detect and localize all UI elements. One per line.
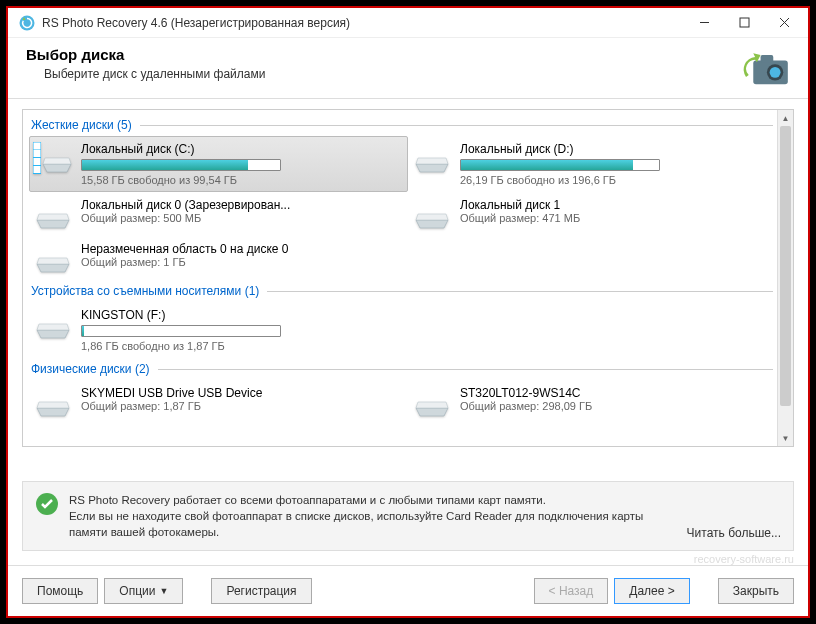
disk-name: Локальный диск 1 [460, 198, 783, 212]
options-button[interactable]: Опции▼ [104, 578, 183, 604]
scroll-down-icon[interactable]: ▼ [778, 430, 793, 446]
disk-name: Локальный диск (C:) [81, 142, 404, 156]
disk-subtitle: Общий размер: 1,87 ГБ [81, 400, 404, 412]
disk-subtitle: Общий размер: 298,09 ГБ [460, 400, 783, 412]
svg-rect-14 [34, 166, 41, 173]
section-removable[interactable]: Устройства со съемными носителями (1) ˆ [29, 280, 787, 302]
svg-rect-11 [34, 143, 41, 150]
page-subtitle: Выберите диск с удаленными файлами [44, 67, 742, 81]
disk-item-unalloc[interactable]: Неразмеченная область 0 на диске 0 Общий… [29, 236, 408, 280]
svg-marker-17 [416, 164, 448, 172]
check-icon [35, 492, 59, 516]
disk-subtitle: Общий размер: 1 ГБ [81, 256, 404, 268]
caret-down-icon: ▼ [159, 586, 168, 596]
drive-icon [412, 142, 452, 174]
drive-icon [33, 386, 73, 418]
svg-marker-27 [37, 408, 69, 416]
next-button[interactable]: Далее > [614, 578, 690, 604]
svg-marker-24 [37, 258, 69, 264]
maximize-button[interactable] [724, 9, 764, 37]
disk-name: KINGSTON (F:) [81, 308, 404, 322]
disk-name: Локальный диск (D:) [460, 142, 783, 156]
scrollbar-thumb[interactable] [780, 126, 791, 406]
svg-marker-21 [416, 220, 448, 228]
svg-marker-23 [37, 264, 69, 272]
svg-marker-26 [37, 324, 69, 330]
info-text: RS Photo Recovery работает со всеми фото… [69, 492, 677, 540]
disk-item-local1[interactable]: Локальный диск 1 Общий размер: 471 МБ [408, 192, 787, 236]
svg-marker-25 [37, 330, 69, 338]
help-button[interactable]: Помощь [22, 578, 98, 604]
button-bar: Помощь Опции▼ Регистрация < Назад Далее … [8, 565, 808, 616]
svg-marker-20 [37, 214, 69, 220]
drive-icon [33, 142, 73, 174]
close-button[interactable] [764, 9, 804, 37]
disk-subtitle: 26,19 ГБ свободно из 196,6 ГБ [460, 174, 783, 186]
disk-item-kingston[interactable]: KINGSTON (F:) 1,86 ГБ свободно из 1,87 Г… [29, 302, 408, 358]
svg-marker-30 [416, 402, 448, 408]
svg-marker-22 [416, 214, 448, 220]
disk-name: ST320LT012-9WS14C [460, 386, 783, 400]
section-label: Жесткие диски (5) [31, 118, 132, 132]
drive-icon [412, 198, 452, 230]
disk-item-c[interactable]: Локальный диск (C:) 15,58 ГБ свободно из… [29, 136, 408, 192]
section-label: Устройства со съемными носителями (1) [31, 284, 259, 298]
camera-icon [742, 46, 790, 86]
section-label: Физические диски (2) [31, 362, 150, 376]
back-button: < Назад [534, 578, 609, 604]
usage-bar [81, 325, 281, 337]
disk-name: SKYMEDI USB Drive USB Device [81, 386, 404, 400]
page-title: Выбор диска [26, 46, 742, 63]
disk-subtitle: Общий размер: 471 МБ [460, 212, 783, 224]
disk-item-local0[interactable]: Локальный диск 0 (Зарезервирован... Общи… [29, 192, 408, 236]
disk-item-st320[interactable]: ST320LT012-9WS14C Общий размер: 298,09 Г… [408, 380, 787, 424]
titlebar: RS Photo Recovery 4.6 (Незарегистрирован… [8, 8, 808, 38]
section-hard-disks[interactable]: Жесткие диски (5) ˆ [29, 114, 787, 136]
disk-list: Жесткие диски (5) ˆ Локальный диск (C:) … [22, 109, 794, 447]
svg-marker-15 [43, 164, 71, 172]
disk-subtitle: 1,86 ГБ свободно из 1,87 ГБ [81, 340, 404, 352]
divider [140, 125, 773, 126]
svg-marker-16 [43, 158, 71, 164]
svg-rect-12 [34, 150, 41, 157]
scrollbar[interactable]: ▲ ▼ [777, 110, 793, 446]
scroll-up-icon[interactable]: ▲ [778, 110, 793, 126]
svg-marker-29 [416, 408, 448, 416]
drive-icon [412, 386, 452, 418]
svg-marker-18 [416, 158, 448, 164]
disk-item-d[interactable]: Локальный диск (D:) 26,19 ГБ свободно из… [408, 136, 787, 192]
svg-rect-7 [761, 55, 774, 62]
disk-item-skymedi[interactable]: SKYMEDI USB Drive USB Device Общий разме… [29, 380, 408, 424]
wizard-header: Выбор диска Выберите диск с удаленными ф… [8, 38, 808, 99]
disk-subtitle: 15,58 ГБ свободно из 99,54 ГБ [81, 174, 404, 186]
svg-marker-28 [37, 402, 69, 408]
minimize-button[interactable] [684, 9, 724, 37]
divider [267, 291, 773, 292]
window-title: RS Photo Recovery 4.6 (Незарегистрирован… [42, 16, 684, 30]
svg-rect-13 [34, 158, 41, 165]
read-more-link[interactable]: Читать больше... [687, 526, 781, 540]
app-icon [18, 14, 36, 32]
close-button-bottom[interactable]: Закрыть [718, 578, 794, 604]
register-button[interactable]: Регистрация [211, 578, 311, 604]
divider [158, 369, 773, 370]
watermark: recovery-software.ru [8, 553, 808, 565]
disk-subtitle: Общий размер: 500 МБ [81, 212, 404, 224]
info-panel: RS Photo Recovery работает со всеми фото… [22, 481, 794, 551]
disk-name: Неразмеченная область 0 на диске 0 [81, 242, 404, 256]
svg-marker-19 [37, 220, 69, 228]
drive-icon [33, 198, 73, 230]
svg-point-9 [770, 67, 781, 78]
usage-bar [81, 159, 281, 171]
drive-icon [33, 242, 73, 274]
disk-name: Локальный диск 0 (Зарезервирован... [81, 198, 404, 212]
svg-rect-3 [740, 18, 749, 27]
section-physical[interactable]: Физические диски (2) ˆ [29, 358, 787, 380]
drive-icon [33, 308, 73, 340]
usage-bar [460, 159, 660, 171]
